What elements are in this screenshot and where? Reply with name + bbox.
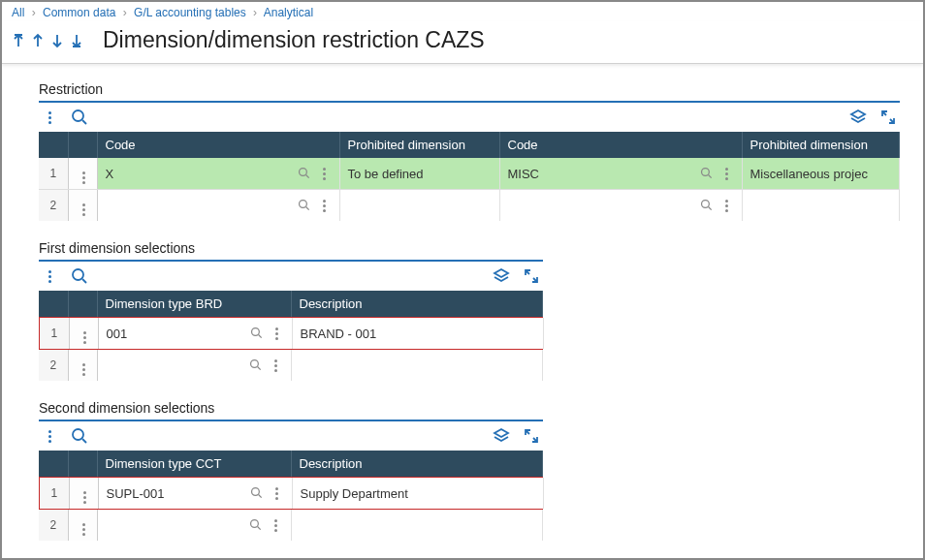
header-rownum (39, 451, 68, 477)
first-record-icon[interactable] (12, 33, 25, 48)
cell-value: MISC (508, 167, 540, 181)
breadcrumb-analytical[interactable]: Analytical (264, 6, 313, 19)
header-desc[interactable]: Description (291, 451, 543, 477)
lookup-icon[interactable] (700, 199, 714, 212)
header-dim[interactable]: Dimension type CCT (97, 451, 291, 477)
cell-value: X (106, 167, 114, 181)
search-icon[interactable] (71, 109, 88, 126)
table-row[interactable]: 1 001 BRAND - 001 (40, 318, 544, 349)
expand-icon[interactable] (524, 268, 539, 284)
chevron-right-icon: › (253, 6, 257, 19)
lookup-icon[interactable] (250, 486, 264, 500)
header-desc[interactable]: Description (291, 291, 543, 317)
header-code1[interactable]: Code (97, 132, 339, 158)
next-record-icon[interactable] (50, 33, 64, 48)
cell-dim[interactable]: SUPL-001 (98, 478, 292, 509)
cell-desc[interactable] (291, 350, 543, 381)
row-number: 2 (39, 350, 68, 381)
section-title-second-dim: Second dimension selections (39, 400, 900, 416)
cell-value: 001 (107, 327, 128, 341)
header-dim[interactable]: Dimension type BRD (97, 291, 291, 317)
svg-point-9 (251, 488, 259, 496)
cell-prohib2[interactable] (742, 190, 900, 222)
cell-prohib2[interactable]: Miscellaneous projec (742, 158, 900, 190)
row-number: 1 (39, 158, 68, 190)
lookup-icon[interactable] (249, 518, 263, 532)
lookup-icon[interactable] (700, 167, 714, 180)
row-actions[interactable] (69, 318, 98, 349)
section-title-restriction: Restriction (39, 81, 900, 97)
svg-point-4 (701, 201, 709, 208)
cell-dim[interactable]: 001 (98, 318, 292, 349)
header-prohib2[interactable]: Prohibited dimension (742, 132, 900, 158)
cell-prohib1[interactable]: To be defined (339, 158, 499, 190)
cell-menu-icon[interactable] (317, 200, 332, 212)
cell-code1[interactable]: X (97, 158, 339, 190)
row-actions[interactable] (68, 510, 97, 541)
row-actions[interactable] (68, 350, 97, 381)
cell-menu-icon[interactable] (270, 487, 284, 500)
highlighted-row-wrap: 1 001 BRAND - 001 (39, 317, 543, 350)
row-actions[interactable] (68, 158, 97, 190)
grid-menu-icon[interactable] (43, 111, 57, 124)
breadcrumb-common-data[interactable]: Common data (43, 6, 115, 19)
breadcrumb-gl-tables[interactable]: G/L accounting tables (134, 6, 246, 19)
lookup-icon[interactable] (298, 199, 311, 212)
row-menu-icon[interactable] (77, 363, 91, 376)
table-row[interactable]: 1 SUPL-001 Supply Department (40, 478, 544, 509)
grid-menu-icon[interactable] (43, 270, 57, 283)
cell-menu-icon[interactable] (270, 327, 284, 340)
row-menu-icon[interactable] (78, 331, 92, 344)
svg-point-2 (701, 169, 709, 176)
cell-dim[interactable] (97, 510, 291, 541)
breadcrumb: All › Common data › G/L accounting table… (2, 2, 923, 21)
cell-desc[interactable]: Supply Department (292, 478, 544, 509)
expand-icon[interactable] (524, 428, 539, 444)
svg-point-10 (250, 520, 258, 528)
row-menu-icon[interactable] (77, 523, 91, 536)
prev-record-icon[interactable] (31, 33, 45, 48)
row-actions[interactable] (68, 190, 97, 222)
row-menu-icon[interactable] (77, 171, 91, 184)
row-menu-icon[interactable] (78, 491, 92, 504)
table-row[interactable]: 2 (39, 350, 543, 381)
cell-desc[interactable]: BRAND - 001 (292, 318, 544, 349)
second-dim-grid: Dimension type CCT Description (39, 451, 543, 477)
header-prohib1[interactable]: Prohibited dimension (339, 132, 499, 158)
svg-point-3 (299, 201, 306, 208)
grid-menu-icon[interactable] (43, 430, 57, 443)
cell-menu-icon[interactable] (317, 168, 332, 180)
cell-code2[interactable]: MISC (499, 158, 742, 190)
row-number: 1 (40, 318, 69, 349)
cell-menu-icon[interactable] (269, 519, 283, 532)
restriction-grid: Code Prohibited dimension Code Prohibite… (39, 132, 900, 221)
lookup-icon[interactable] (298, 167, 311, 180)
cell-code2[interactable] (499, 190, 742, 222)
search-icon[interactable] (71, 267, 88, 285)
cell-desc[interactable] (291, 510, 543, 541)
lookup-icon[interactable] (249, 358, 263, 372)
header-code2[interactable]: Code (499, 132, 742, 158)
cell-menu-icon[interactable] (269, 359, 283, 372)
table-row[interactable]: 2 (39, 510, 543, 541)
cell-dim[interactable] (97, 350, 291, 381)
lookup-icon[interactable] (250, 327, 264, 340)
row-menu-icon[interactable] (77, 203, 91, 216)
layers-icon[interactable] (849, 109, 867, 126)
cell-value: SUPL-001 (107, 486, 165, 501)
row-actions[interactable] (69, 478, 98, 509)
search-icon[interactable] (71, 427, 88, 445)
expand-icon[interactable] (880, 109, 896, 125)
cell-prohib1[interactable] (339, 190, 499, 222)
table-row[interactable]: 1 X To be defined MISC Miscellaneous pro… (39, 158, 900, 190)
layers-icon[interactable] (493, 427, 510, 445)
breadcrumb-all[interactable]: All (12, 6, 24, 19)
row-number: 2 (39, 510, 68, 541)
title-bar: Dimension/dimension restriction CAZS (2, 21, 923, 64)
cell-menu-icon[interactable] (719, 168, 734, 180)
table-row[interactable]: 2 (39, 190, 900, 222)
cell-code1[interactable] (97, 190, 339, 222)
last-record-icon[interactable] (70, 33, 83, 48)
layers-icon[interactable] (493, 267, 510, 285)
cell-menu-icon[interactable] (719, 200, 734, 212)
